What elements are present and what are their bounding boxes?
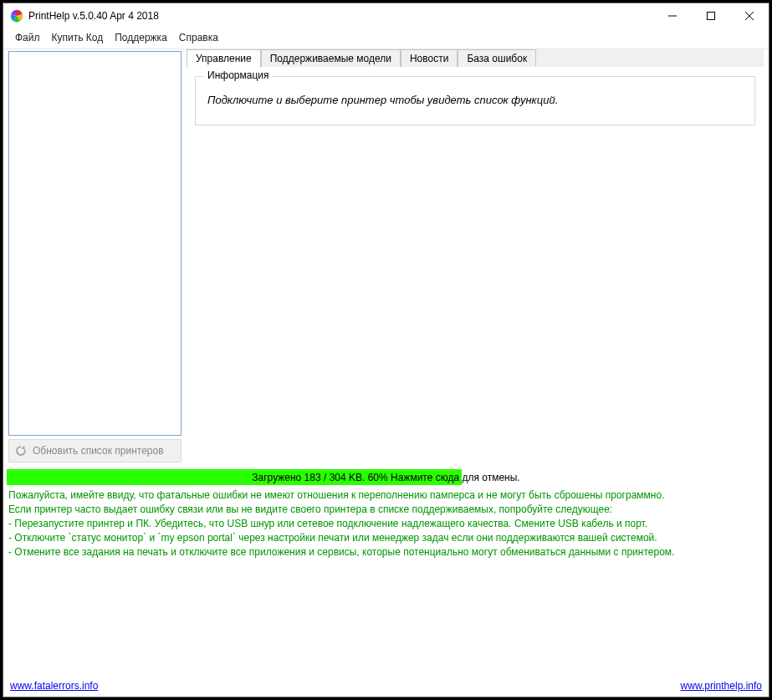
tab-content: Информация Подключите и выберите принтер… — [187, 68, 764, 466]
tab-bar: Управление Поддерживаемые модели Новости… — [187, 49, 764, 68]
info-legend: Информация — [204, 69, 272, 81]
info-fieldset: Информация Подключите и выберите принтер… — [195, 76, 755, 125]
log-line: - Отмените все задания на печать и отклю… — [8, 545, 764, 559]
log-area: Пожалуйста, имейте ввиду, что фатальные … — [3, 487, 769, 677]
left-panel: Обновить список принтеров — [7, 49, 185, 466]
log-line: Пожалуйста, имейте ввиду, что фатальные … — [8, 488, 764, 503]
tab-manage[interactable]: Управление — [187, 49, 261, 68]
right-panel: Управление Поддерживаемые модели Новости… — [185, 49, 765, 466]
tab-errors[interactable]: База ошибок — [458, 49, 536, 67]
svg-rect-2 — [708, 13, 715, 20]
refresh-icon — [14, 444, 28, 457]
printer-list[interactable] — [8, 51, 181, 436]
footer: www.fatalerrors.info www.printhelp.info — [3, 677, 769, 697]
close-button[interactable] — [730, 3, 769, 28]
tab-models[interactable]: Поддерживаемые модели — [261, 49, 401, 67]
menu-buy-code[interactable]: Купить Код — [47, 30, 109, 45]
footer-link-fatalerrors[interactable]: www.fatalerrors.info — [10, 680, 98, 692]
menu-help[interactable]: Справка — [174, 30, 223, 45]
menu-file[interactable]: Файл — [10, 30, 45, 45]
window-title: PrintHelp v.5.0.40 Apr 4 2018 — [28, 10, 159, 22]
log-line: Если принтер часто выдает ошибку связи и… — [8, 503, 764, 517]
refresh-printers-button[interactable]: Обновить список принтеров — [8, 439, 181, 462]
log-line: - Отключите `статус монитор` и `my epson… — [8, 531, 764, 545]
tab-news[interactable]: Новости — [401, 49, 458, 67]
progress-label: Загружено 183 / 304 KB. 60% Нажмите сюда… — [252, 472, 519, 483]
menubar: Файл Купить Код Поддержка Справка — [3, 28, 769, 49]
titlebar: PrintHelp v.5.0.40 Apr 4 2018 — [3, 3, 769, 28]
app-icon — [10, 9, 23, 23]
info-text: Подключите и выберите принтер чтобы увид… — [207, 94, 743, 106]
maximize-button[interactable] — [692, 3, 730, 28]
progress-bar[interactable]: Загружено 183 / 304 KB. 60% Нажмите сюда… — [7, 469, 765, 485]
minimize-button[interactable] — [653, 3, 692, 28]
log-line: - Перезапустите принтер и ПК. Убедитесь,… — [8, 517, 764, 531]
footer-link-printhelp[interactable]: www.printhelp.info — [681, 680, 762, 692]
window-controls — [653, 3, 769, 28]
app-window: PrintHelp v.5.0.40 Apr 4 2018 Файл Купит… — [3, 3, 769, 697]
menu-support[interactable]: Поддержка — [110, 30, 172, 45]
refresh-label: Обновить список принтеров — [33, 445, 164, 457]
